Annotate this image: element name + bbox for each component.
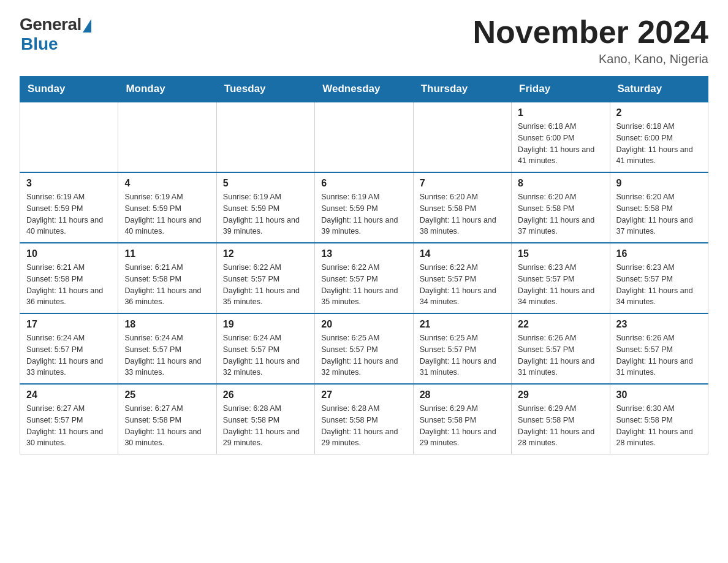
day-number: 29 xyxy=(518,389,603,400)
calendar-cell: 24Sunrise: 6:27 AM Sunset: 5:57 PM Dayli… xyxy=(20,384,118,454)
calendar-cell xyxy=(413,102,511,172)
day-of-week-header: Friday xyxy=(512,77,610,102)
day-number: 23 xyxy=(616,319,702,330)
day-number: 10 xyxy=(26,248,112,259)
calendar-cell: 14Sunrise: 6:22 AM Sunset: 5:57 PM Dayli… xyxy=(413,243,511,313)
day-of-week-header: Wednesday xyxy=(315,77,413,102)
day-number: 17 xyxy=(26,319,112,330)
calendar-cell: 9Sunrise: 6:20 AM Sunset: 5:58 PM Daylig… xyxy=(610,172,708,243)
calendar-cell: 17Sunrise: 6:24 AM Sunset: 5:57 PM Dayli… xyxy=(20,313,118,384)
day-number: 11 xyxy=(124,248,210,259)
day-info: Sunrise: 6:24 AM Sunset: 5:57 PM Dayligh… xyxy=(26,332,112,378)
day-number: 14 xyxy=(420,248,505,259)
calendar-cell: 10Sunrise: 6:21 AM Sunset: 5:58 PM Dayli… xyxy=(20,243,118,313)
page-header: General Blue November 2024 Kano, Kano, N… xyxy=(20,15,708,66)
calendar-cell: 27Sunrise: 6:28 AM Sunset: 5:58 PM Dayli… xyxy=(315,384,413,454)
day-number: 13 xyxy=(321,248,406,259)
calendar-cell: 15Sunrise: 6:23 AM Sunset: 5:57 PM Dayli… xyxy=(512,243,610,313)
day-number: 6 xyxy=(321,178,406,189)
day-number: 24 xyxy=(26,389,112,400)
day-info: Sunrise: 6:22 AM Sunset: 5:57 PM Dayligh… xyxy=(321,262,406,308)
calendar-week-row: 17Sunrise: 6:24 AM Sunset: 5:57 PM Dayli… xyxy=(20,313,708,384)
calendar-cell: 21Sunrise: 6:25 AM Sunset: 5:57 PM Dayli… xyxy=(413,313,511,384)
calendar-cell: 29Sunrise: 6:29 AM Sunset: 5:58 PM Dayli… xyxy=(512,384,610,454)
day-info: Sunrise: 6:23 AM Sunset: 5:57 PM Dayligh… xyxy=(518,262,603,308)
day-number: 4 xyxy=(124,178,210,189)
calendar-cell: 28Sunrise: 6:29 AM Sunset: 5:58 PM Dayli… xyxy=(413,384,511,454)
calendar-week-row: 24Sunrise: 6:27 AM Sunset: 5:57 PM Dayli… xyxy=(20,384,708,454)
day-of-week-header: Tuesday xyxy=(216,77,314,102)
day-number: 7 xyxy=(420,178,505,189)
calendar-cell: 4Sunrise: 6:19 AM Sunset: 5:59 PM Daylig… xyxy=(118,172,216,243)
calendar-cell: 13Sunrise: 6:22 AM Sunset: 5:57 PM Dayli… xyxy=(315,243,413,313)
day-number: 9 xyxy=(616,178,702,189)
calendar-table: SundayMondayTuesdayWednesdayThursdayFrid… xyxy=(20,76,708,454)
day-number: 26 xyxy=(223,389,308,400)
day-info: Sunrise: 6:20 AM Sunset: 5:58 PM Dayligh… xyxy=(616,191,702,237)
day-of-week-header: Thursday xyxy=(413,77,511,102)
day-info: Sunrise: 6:24 AM Sunset: 5:57 PM Dayligh… xyxy=(223,332,308,378)
day-info: Sunrise: 6:18 AM Sunset: 6:00 PM Dayligh… xyxy=(616,121,702,167)
calendar-cell: 22Sunrise: 6:26 AM Sunset: 5:57 PM Dayli… xyxy=(512,313,610,384)
day-info: Sunrise: 6:21 AM Sunset: 5:58 PM Dayligh… xyxy=(26,262,112,308)
day-number: 27 xyxy=(321,389,406,400)
location: Kano, Kano, Nigeria xyxy=(473,52,708,66)
calendar-cell: 1Sunrise: 6:18 AM Sunset: 6:00 PM Daylig… xyxy=(512,102,610,172)
day-number: 30 xyxy=(616,389,702,400)
day-info: Sunrise: 6:28 AM Sunset: 5:58 PM Dayligh… xyxy=(321,403,406,449)
day-number: 2 xyxy=(616,107,702,118)
day-info: Sunrise: 6:28 AM Sunset: 5:58 PM Dayligh… xyxy=(223,403,308,449)
day-info: Sunrise: 6:25 AM Sunset: 5:57 PM Dayligh… xyxy=(321,332,406,378)
day-of-week-header: Sunday xyxy=(20,77,118,102)
day-info: Sunrise: 6:19 AM Sunset: 5:59 PM Dayligh… xyxy=(223,191,308,237)
calendar-week-row: 10Sunrise: 6:21 AM Sunset: 5:58 PM Dayli… xyxy=(20,243,708,313)
day-info: Sunrise: 6:19 AM Sunset: 5:59 PM Dayligh… xyxy=(124,191,210,237)
day-number: 1 xyxy=(518,107,603,118)
day-info: Sunrise: 6:19 AM Sunset: 5:59 PM Dayligh… xyxy=(321,191,406,237)
day-number: 21 xyxy=(420,319,505,330)
day-info: Sunrise: 6:26 AM Sunset: 5:57 PM Dayligh… xyxy=(518,332,603,378)
day-number: 22 xyxy=(518,319,603,330)
day-number: 15 xyxy=(518,248,603,259)
day-number: 20 xyxy=(321,319,406,330)
day-info: Sunrise: 6:25 AM Sunset: 5:57 PM Dayligh… xyxy=(420,332,505,378)
title-area: November 2024 Kano, Kano, Nigeria xyxy=(473,15,708,66)
day-number: 19 xyxy=(223,319,308,330)
calendar-week-row: 1Sunrise: 6:18 AM Sunset: 6:00 PM Daylig… xyxy=(20,102,708,172)
month-title: November 2024 xyxy=(473,15,708,50)
day-number: 18 xyxy=(124,319,210,330)
calendar-cell: 7Sunrise: 6:20 AM Sunset: 5:58 PM Daylig… xyxy=(413,172,511,243)
day-info: Sunrise: 6:26 AM Sunset: 5:57 PM Dayligh… xyxy=(616,332,702,378)
calendar-cell xyxy=(20,102,118,172)
calendar-cell: 26Sunrise: 6:28 AM Sunset: 5:58 PM Dayli… xyxy=(216,384,314,454)
day-info: Sunrise: 6:22 AM Sunset: 5:57 PM Dayligh… xyxy=(223,262,308,308)
day-info: Sunrise: 6:20 AM Sunset: 5:58 PM Dayligh… xyxy=(420,191,505,237)
day-info: Sunrise: 6:19 AM Sunset: 5:59 PM Dayligh… xyxy=(26,191,112,237)
calendar-cell xyxy=(118,102,216,172)
day-info: Sunrise: 6:24 AM Sunset: 5:57 PM Dayligh… xyxy=(124,332,210,378)
day-number: 25 xyxy=(124,389,210,400)
day-info: Sunrise: 6:29 AM Sunset: 5:58 PM Dayligh… xyxy=(420,403,505,449)
logo: General Blue xyxy=(20,15,91,54)
calendar-cell: 25Sunrise: 6:27 AM Sunset: 5:58 PM Dayli… xyxy=(118,384,216,454)
day-info: Sunrise: 6:27 AM Sunset: 5:57 PM Dayligh… xyxy=(26,403,112,449)
calendar-cell: 20Sunrise: 6:25 AM Sunset: 5:57 PM Dayli… xyxy=(315,313,413,384)
day-number: 3 xyxy=(26,178,112,189)
day-info: Sunrise: 6:30 AM Sunset: 5:58 PM Dayligh… xyxy=(616,403,702,449)
calendar-cell: 23Sunrise: 6:26 AM Sunset: 5:57 PM Dayli… xyxy=(610,313,708,384)
calendar-cell: 2Sunrise: 6:18 AM Sunset: 6:00 PM Daylig… xyxy=(610,102,708,172)
calendar-cell: 11Sunrise: 6:21 AM Sunset: 5:58 PM Dayli… xyxy=(118,243,216,313)
day-number: 5 xyxy=(223,178,308,189)
calendar-cell: 19Sunrise: 6:24 AM Sunset: 5:57 PM Dayli… xyxy=(216,313,314,384)
calendar-cell: 8Sunrise: 6:20 AM Sunset: 5:58 PM Daylig… xyxy=(512,172,610,243)
day-info: Sunrise: 6:20 AM Sunset: 5:58 PM Dayligh… xyxy=(518,191,603,237)
calendar-header-row: SundayMondayTuesdayWednesdayThursdayFrid… xyxy=(20,77,708,102)
day-info: Sunrise: 6:23 AM Sunset: 5:57 PM Dayligh… xyxy=(616,262,702,308)
day-of-week-header: Monday xyxy=(118,77,216,102)
calendar-cell: 30Sunrise: 6:30 AM Sunset: 5:58 PM Dayli… xyxy=(610,384,708,454)
calendar-cell: 16Sunrise: 6:23 AM Sunset: 5:57 PM Dayli… xyxy=(610,243,708,313)
day-info: Sunrise: 6:21 AM Sunset: 5:58 PM Dayligh… xyxy=(124,262,210,308)
logo-general-text: General xyxy=(20,15,82,34)
calendar-cell xyxy=(216,102,314,172)
calendar-cell: 18Sunrise: 6:24 AM Sunset: 5:57 PM Dayli… xyxy=(118,313,216,384)
